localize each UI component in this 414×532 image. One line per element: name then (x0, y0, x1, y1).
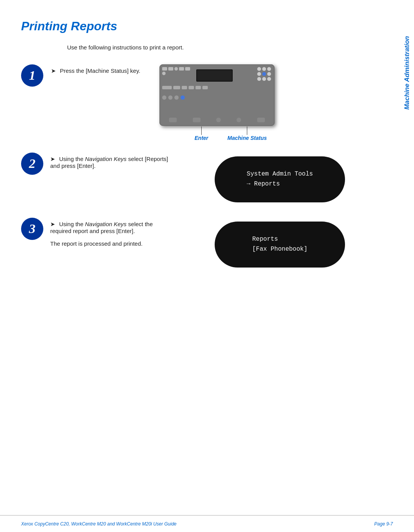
step-2-display-text: System Admin Tools → Reports (235, 169, 325, 189)
machine-btn (162, 86, 172, 89)
machine-screen (196, 69, 233, 82)
machine-btn (179, 67, 184, 71)
machine-right-keys (257, 67, 271, 81)
machine-btn (196, 86, 201, 89)
machine-btn (162, 72, 166, 75)
step-1-instruction: ➤ Press the [Machine Status] key. (51, 67, 140, 74)
machine-key (262, 77, 266, 81)
machine-key (267, 67, 271, 71)
machine-status-pointer: Machine Status (227, 126, 267, 141)
machine-annotation: Enter Machine Status (159, 64, 274, 141)
machine-btn (185, 67, 190, 71)
intro-text: Use the following instructions to print … (67, 44, 378, 51)
step-2-oval-display: System Admin Tools → Reports (215, 156, 345, 202)
enter-line (201, 126, 202, 135)
machine-circle-blue (181, 95, 185, 100)
step-1-right: Enter Machine Status (148, 64, 378, 141)
machine-key (267, 72, 271, 76)
footer-left-text: Xerox CopyCentre C20, WorkCentre M20 and… (21, 521, 177, 527)
step-1-text: ➤ Press the [Machine Status] key. (51, 64, 140, 77)
step-3-sub-text: The report is processed and printed. (50, 240, 174, 247)
enter-label: Enter (195, 135, 209, 141)
machine-key (262, 67, 266, 71)
machine-pointer-lines: Enter Machine Status (159, 126, 274, 141)
step-1-left: 1 ➤ Press the [Machine Status] key. (21, 64, 140, 87)
machine-btn (162, 67, 167, 71)
sidebar-label: Machine Administration (400, 23, 414, 123)
machine-circle (174, 95, 179, 100)
machine-circle (168, 95, 172, 100)
step-1-circle: 1 (21, 64, 43, 87)
machine-key (257, 67, 261, 71)
step-2-text: ➤ Using the Navigation Keys select [Repo… (50, 153, 174, 171)
machine-btn (237, 118, 241, 122)
main-content: Printing Reports Use the following instr… (21, 0, 393, 268)
machine-key (257, 77, 261, 81)
machine-btn (216, 118, 221, 122)
machine-btn (168, 67, 173, 71)
step-2-left: 2 ➤ Using the Navigation Keys select [Re… (21, 153, 174, 175)
step-1-section: 1 ➤ Press the [Machine Status] key. (21, 64, 378, 141)
step-2-right: System Admin Tools → Reports (182, 153, 378, 202)
machine-lower-circles (162, 95, 185, 100)
page-title: Printing Reports (21, 19, 378, 33)
machine-btn (174, 67, 178, 71)
machine-btn (182, 86, 187, 89)
enter-pointer: Enter (195, 126, 209, 141)
page-footer: Xerox CopyCentre C20, WorkCentre M20 and… (0, 515, 414, 532)
machine-btn (202, 86, 208, 89)
xerox-machine-image (159, 64, 274, 126)
machine-btn (193, 118, 200, 122)
arrow-bullet-1: ➤ (51, 67, 56, 74)
step-3-circle: 3 (21, 218, 43, 240)
step-3-instruction: ➤ Using the Navigation Keys select the r… (50, 221, 174, 234)
machine-btn (173, 86, 180, 89)
machine-key (267, 77, 271, 81)
step-2-instruction: ➤ Using the Navigation Keys select [Repo… (50, 156, 174, 169)
machine-status-line (247, 126, 247, 135)
machine-top-buttons (162, 67, 193, 75)
step-3-left: 3 ➤ Using the Navigation Keys select the… (21, 218, 174, 247)
pointer-line-right (255, 64, 256, 125)
machine-btn (189, 86, 194, 89)
machine-btn (169, 118, 177, 122)
step-3-display-text: Reports [Fax Phonebook] (241, 235, 319, 254)
step-2-section: 2 ➤ Using the Navigation Keys select [Re… (21, 153, 378, 202)
machine-circle (162, 95, 166, 100)
step-3-text: ➤ Using the Navigation Keys select the r… (50, 218, 174, 247)
arrow-bullet-2: ➤ (50, 156, 55, 163)
machine-key-blue (262, 72, 266, 76)
step-3-right: Reports [Fax Phonebook] (182, 218, 378, 268)
step-3-section: 3 ➤ Using the Navigation Keys select the… (21, 218, 378, 268)
machine-status-label: Machine Status (227, 135, 267, 141)
footer-page-number: Page 9-7 (374, 521, 393, 527)
machine-key (257, 72, 261, 76)
step-3-oval-display: Reports [Fax Phonebook] (215, 222, 345, 268)
machine-btn (257, 118, 265, 122)
arrow-bullet-3: ➤ (50, 221, 55, 228)
step-2-circle: 2 (21, 153, 43, 175)
